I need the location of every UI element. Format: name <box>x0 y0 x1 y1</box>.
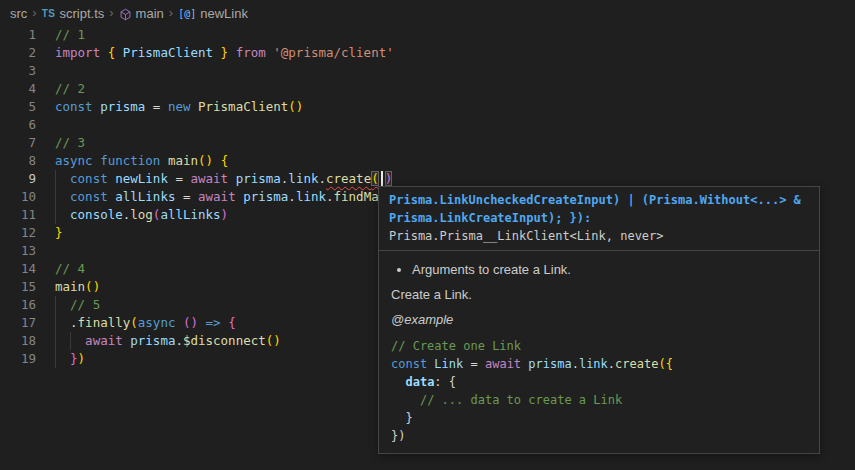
code-token: => <box>206 315 221 330</box>
code-token <box>55 297 70 312</box>
breadcrumb-item-newLink[interactable]: [@]newLink <box>178 6 248 21</box>
code-token <box>391 375 405 389</box>
code-line-6[interactable] <box>0 116 855 134</box>
code-token <box>228 171 236 186</box>
code-token <box>55 315 70 330</box>
code-line-5[interactable]: const prisma = new PrismaClient() <box>0 98 855 116</box>
code-token: } <box>55 225 63 240</box>
code-token <box>160 153 168 168</box>
docs-code-line: const Link = await prisma.link.create({ <box>391 355 807 373</box>
indent-guide <box>55 314 56 332</box>
code-token: Prisma.LinkCreateInput); }): <box>389 211 591 225</box>
symbol-variable-icon: [@] <box>178 8 196 19</box>
hover-docs: Arguments to create a Link. Create a Lin… <box>379 251 819 453</box>
code-token: } <box>405 411 412 425</box>
code-token: ( <box>198 153 206 168</box>
code-token: await <box>85 333 123 348</box>
breadcrumb-label: newLink <box>200 6 248 21</box>
code-token <box>100 45 108 60</box>
code-token: = <box>175 189 198 204</box>
code-token: async <box>138 315 176 330</box>
docs-code-line: // Create one Link <box>391 337 807 355</box>
code-token: data <box>405 375 434 389</box>
code-token: log <box>130 207 153 222</box>
code-line-8[interactable]: async function main() { <box>0 152 855 170</box>
breadcrumb-label: script.ts <box>59 6 104 21</box>
code-token: ) <box>78 351 86 366</box>
code-line-2[interactable]: import { PrismaClient } from '@prisma/cl… <box>0 44 855 62</box>
code-token: create <box>615 357 658 371</box>
code-token: ) <box>296 99 304 114</box>
code-token: ( <box>130 315 138 330</box>
code-token: ( <box>183 315 191 330</box>
code-token: link <box>579 357 608 371</box>
code-token <box>213 153 221 168</box>
breadcrumb-bar: src›TSscript.ts›main›[@]newLink <box>0 0 855 26</box>
breadcrumb-separator: › <box>109 5 113 20</box>
breadcrumb-item-main[interactable]: main <box>119 6 164 21</box>
code-token: async <box>55 153 93 168</box>
code-token: console <box>70 207 123 222</box>
code-token: main <box>168 153 198 168</box>
code-line-4[interactable]: // 2 <box>0 80 855 98</box>
code-token: allLinks <box>115 189 175 204</box>
breadcrumb-item-src[interactable]: src <box>10 6 27 21</box>
code-token <box>198 315 206 330</box>
code-token: : <box>434 375 441 389</box>
code-token: await <box>485 357 521 371</box>
code-token <box>175 315 183 330</box>
code-token: link <box>296 189 326 204</box>
text-cursor <box>381 171 383 186</box>
code-token: PrismaClient <box>123 45 213 60</box>
code-token: ) <box>206 153 214 168</box>
hover-tooltip: Prisma.LinkUncheckedCreateInput) | (Pris… <box>378 186 820 454</box>
code-token <box>115 45 123 60</box>
docs-code-line: } <box>391 409 807 427</box>
code-token <box>391 393 420 407</box>
symbol-function-icon <box>119 8 132 21</box>
ts-file-icon: TS <box>42 8 56 19</box>
code-token: const <box>70 171 108 186</box>
code-token: . <box>572 357 579 371</box>
code-token: ( <box>85 279 93 294</box>
code-token: . <box>326 189 334 204</box>
code-token <box>228 45 236 60</box>
code-token: from <box>236 45 266 60</box>
code-token: await <box>191 171 229 186</box>
code-line-1[interactable]: // 1 <box>0 26 855 44</box>
code-token: { <box>449 375 456 389</box>
code-token <box>213 45 221 60</box>
code-token: } <box>221 45 229 60</box>
indent-guide <box>55 332 56 350</box>
code-token: ) <box>93 279 101 294</box>
code-token: // Create one Link <box>391 339 521 353</box>
code-token <box>55 207 70 222</box>
code-line-7[interactable]: // 3 <box>0 134 855 152</box>
hover-signature-line: Prisma.LinkCreateInput); }): <box>389 209 809 227</box>
code-token: import <box>55 45 100 60</box>
code-token: . <box>318 171 326 186</box>
breadcrumb-separator: › <box>169 5 173 20</box>
code-token <box>55 171 70 186</box>
code-token: prisma <box>100 99 145 114</box>
indent-guide <box>55 188 56 206</box>
code-token: '@prisma/client' <box>273 45 393 60</box>
code-token <box>442 375 449 389</box>
docs-example-tag: @example <box>391 312 807 328</box>
code-token: // 3 <box>55 135 85 150</box>
breadcrumb-item-script.ts[interactable]: TSscript.ts <box>42 6 105 21</box>
breadcrumb-label: main <box>136 6 164 21</box>
code-token: // 4 <box>55 261 85 276</box>
indent-guide <box>55 350 56 368</box>
code-line-3[interactable] <box>0 62 855 80</box>
breadcrumb-label: src <box>10 6 27 21</box>
code-token: . <box>70 315 78 330</box>
code-token: prisma <box>130 333 175 348</box>
code-token: Prisma.Prisma__LinkClient<Link, never> <box>389 229 664 243</box>
code-token: allLinks <box>160 207 220 222</box>
code-token: finally <box>78 315 131 330</box>
code-token: const <box>70 189 108 204</box>
code-token: main <box>55 279 85 294</box>
hover-signature-line: Prisma.LinkUncheckedCreateInput) | (Pris… <box>389 191 809 209</box>
code-token: { <box>228 315 236 330</box>
